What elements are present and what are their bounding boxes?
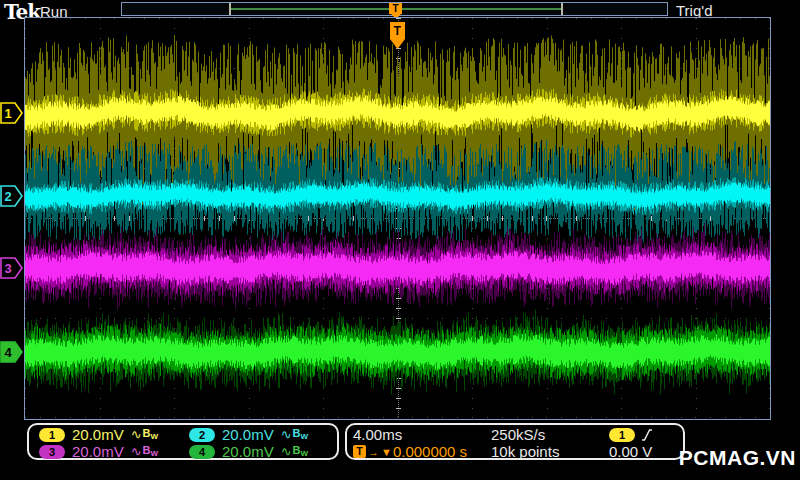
timebase-readout: 4.00ms	[353, 426, 491, 443]
trigger-position-readout: T → ▼ 0.000000 s	[353, 443, 491, 460]
rising-edge-icon	[641, 428, 653, 442]
channel-1-readout: 1 20.0mV ∿BW	[33, 426, 183, 443]
channel-3-badge: 3	[39, 445, 65, 459]
channel-2-readout: 2 20.0mV ∿BW	[183, 426, 333, 443]
trigger-flag-label: T	[394, 24, 402, 38]
channel-3-readout: 3 20.0mV ∿BW	[33, 443, 183, 460]
expansion-bracket-left	[229, 3, 231, 15]
channel-4-badge: 4	[189, 445, 215, 459]
channel-3-marker-label: 3	[4, 261, 11, 276]
channel-2-scale: 20.0mV	[222, 426, 274, 443]
channel-4-marker-label: 4	[4, 345, 12, 360]
bandwidth-limit-icon: BW	[143, 427, 159, 441]
channel-readout-box: 1 20.0mV ∿BW 2 20.0mV ∿BW 3 20.0mV ∿BW 4…	[27, 423, 339, 460]
trigger-flag-icon: T	[388, 21, 408, 50]
waveform-canvas	[25, 18, 770, 419]
ac-coupling-icon: ∿	[281, 427, 292, 442]
channel-1-icons: ∿BW	[131, 427, 158, 442]
channel-2-badge: 2	[189, 428, 215, 442]
bandwidth-limit-icon: BW	[293, 427, 309, 441]
channel-2-marker-icon: 2	[0, 185, 24, 207]
trigger-level-readout: 0.00 V	[609, 443, 677, 460]
channel-4-icons: ∿BW	[281, 444, 308, 459]
channel-2-icons: ∿BW	[281, 427, 308, 442]
channel-4-readout: 4 20.0mV ∿BW	[183, 443, 333, 460]
trigger-position-value: 0.000000 s	[393, 443, 467, 460]
trigger-position-down-icon: ▼	[381, 446, 392, 458]
bandwidth-limit-icon: BW	[143, 444, 159, 458]
oscilloscope-screen: Tek Run Trig'd T T 1 2 3 4 1 20.0mV	[0, 0, 800, 480]
trigger-source-badge: 1	[609, 428, 635, 442]
channel-1-marker-icon: 1	[0, 102, 24, 124]
ac-coupling-icon: ∿	[281, 444, 292, 459]
channel-1-scale: 20.0mV	[72, 426, 124, 443]
channel-1-marker-label: 1	[4, 106, 11, 121]
ac-coupling-icon: ∿	[131, 427, 142, 442]
channel-1-badge: 1	[39, 428, 65, 442]
channel-4-scale: 20.0mV	[222, 443, 274, 460]
channel-2-marker-label: 2	[4, 189, 11, 204]
channel-3-icons: ∿BW	[131, 444, 158, 459]
watermark: PCMAG.VN	[679, 446, 796, 470]
sample-rate-readout: 250kS/s	[491, 426, 609, 443]
expansion-bracket-right	[561, 3, 563, 15]
channel-3-scale: 20.0mV	[72, 443, 124, 460]
trigger-marker-icon: T	[389, 3, 402, 14]
trigger-t-icon: T	[353, 445, 366, 458]
record-view-bar: T	[121, 2, 668, 16]
trigger-arrow-icon: →	[368, 446, 379, 458]
trigger-source-readout: 1	[609, 426, 677, 443]
bandwidth-limit-icon: BW	[293, 444, 309, 458]
channel-3-marker-icon: 3	[0, 257, 24, 279]
record-length-readout: 10k points	[491, 443, 609, 460]
ac-coupling-icon: ∿	[131, 444, 142, 459]
waveform-display: T	[24, 17, 771, 420]
horizontal-trigger-readout-box: 4.00ms 250kS/s 1 T → ▼ 0.000000 s 10k po…	[345, 423, 685, 460]
channel-4-marker-icon: 4	[0, 341, 24, 363]
